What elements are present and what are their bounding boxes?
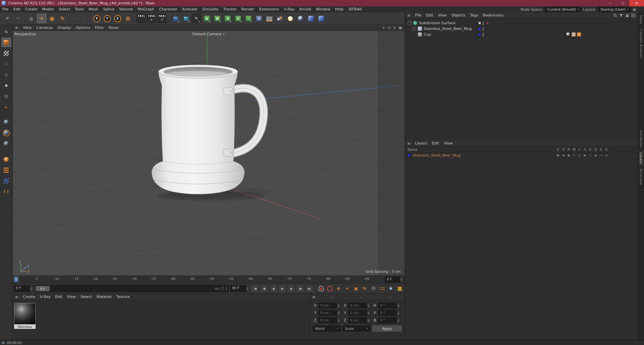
zoom-view-icon[interactable]: ⊙ [388, 26, 390, 30]
viewport-menu-item[interactable]: Filter [92, 25, 106, 31]
snap-icon[interactable] [2, 128, 11, 138]
points-mode-icon[interactable]: ∷ [2, 59, 11, 69]
light-icon[interactable] [285, 14, 295, 23]
material-thumbnail[interactable] [14, 303, 36, 325]
transform-space-select[interactable]: World ▾ [313, 326, 340, 332]
material-menu-item[interactable]: Create [20, 294, 38, 300]
layer-toggle-icon[interactable]: ▣ [566, 154, 571, 157]
rotation-field[interactable]: 0 ° ▴▾ [378, 317, 400, 323]
close-button[interactable]: × [629, 0, 644, 6]
viewport-menu-item[interactable]: Display [55, 25, 74, 31]
instance-icon[interactable]: △ [244, 14, 253, 23]
model-mode-icon[interactable] [2, 38, 11, 47]
spline-pen-icon[interactable]: ✎ [192, 14, 201, 23]
workplane-grid-icon[interactable] [2, 176, 11, 185]
material-item[interactable]: Stainless [14, 303, 36, 329]
ruler-frame-field[interactable]: 0 F ▴▾ [385, 276, 404, 283]
layer-toggle-icon[interactable]: ✎ [571, 154, 577, 157]
menu-item[interactable]: Window [313, 6, 332, 12]
layer-toggle-icon[interactable]: ◇ [588, 154, 593, 157]
left-toolbar-gap[interactable] [2, 113, 11, 116]
menu-item[interactable]: Edit [11, 6, 22, 12]
autokey-button[interactable] [326, 285, 334, 292]
material-menu-item[interactable]: Material [94, 294, 114, 300]
prev-key-button[interactable]: ◀| [260, 285, 268, 293]
disabled-mark-icon[interactable]: × [486, 21, 489, 25]
position-field[interactable]: 0 cm ▴▾ [318, 303, 340, 308]
paint-icon[interactable] [2, 155, 11, 164]
menu-item[interactable]: V-Ray [281, 6, 297, 12]
object-manager-menu-item[interactable]: File [413, 12, 423, 18]
side-tab[interactable]: Attributes [639, 128, 644, 150]
menu-item[interactable]: Modes [40, 6, 56, 12]
viewport-solo-icon[interactable] [2, 118, 11, 127]
filter-icon[interactable] [619, 13, 623, 17]
floor-icon[interactable] [265, 14, 274, 23]
viewport-menu-item[interactable]: Options [74, 25, 92, 31]
size-field[interactable]: 0 cm ▴▾ [348, 303, 370, 308]
spinner-arrows-icon[interactable]: ▴▾ [367, 303, 370, 308]
substance-icon[interactable] [296, 14, 305, 23]
tweak-mode-icon[interactable]: ▦ [2, 91, 11, 101]
symmetry-icon[interactable]: ▥ [233, 14, 243, 23]
layer-toggle-icon[interactable]: ⊙ [577, 154, 582, 157]
spinner-arrows-icon[interactable]: ▴▾ [397, 303, 400, 308]
spinner-arrows-icon[interactable]: ▴▾ [337, 303, 340, 308]
key-scale-button[interactable]: ▣ [352, 285, 360, 292]
menu-item[interactable]: Create [23, 6, 40, 12]
material-menu-item[interactable]: Select [78, 294, 94, 300]
menu-item[interactable]: Render [239, 6, 257, 12]
menu-item[interactable]: Animate [180, 6, 200, 12]
menu-item[interactable]: Tracker [221, 6, 239, 12]
make-editable-icon[interactable]: ⇆ [2, 27, 11, 36]
layer-toggle-icon[interactable]: ▶ [582, 154, 588, 157]
position-field[interactable]: 0 cm ▴▾ [318, 310, 340, 316]
timeline-ruler[interactable]: 0 5 10 15 20 25 30 35 40 45 50 55 [13, 275, 405, 283]
lock-x-axis-icon[interactable]: X [92, 14, 101, 23]
menu-item[interactable]: Arnold [297, 6, 314, 12]
toolbar-separator[interactable] [134, 14, 136, 23]
viewport-menu-item[interactable]: View [20, 25, 34, 31]
side-tab[interactable]: Takes [639, 12, 644, 27]
hamburger-icon[interactable]: ≡ [13, 295, 20, 299]
layer-swatch[interactable] [478, 21, 481, 25]
range-grip-handle[interactable] [223, 287, 227, 291]
menu-item[interactable]: Extensions [257, 6, 282, 12]
object-manager-menu-item[interactable]: Objects [449, 12, 468, 18]
toolbar-separator[interactable] [24, 14, 26, 23]
menu-item[interactable]: Mesh [86, 6, 101, 12]
object-manager-menu-item[interactable]: View [435, 12, 449, 18]
toggle-views-icon[interactable]: ▦ [399, 26, 402, 30]
menu-item[interactable]: Tools [73, 6, 86, 12]
axis-mode-icon[interactable]: ∟ [2, 102, 11, 112]
layer-swatch[interactable] [478, 33, 481, 36]
camera-label[interactable]: Default Camera ✳ [192, 32, 225, 36]
spinner-arrows-icon[interactable]: ▴▾ [400, 277, 403, 282]
collapse-icon[interactable]: − [408, 21, 411, 25]
brackets-icon[interactable]: ( ) [2, 187, 11, 196]
goto-start-button[interactable]: |◀ [251, 285, 259, 293]
spinner-arrows-icon[interactable]: ▴▾ [337, 318, 340, 323]
side-tab[interactable]: Structure [639, 166, 644, 187]
add-panel-icon[interactable] [631, 13, 635, 17]
visibility-dots-icon[interactable] [482, 21, 484, 25]
redo-icon[interactable]: ↷ [13, 14, 22, 23]
node-space-select[interactable]: Current (Arnold) ▾ [545, 7, 581, 12]
object-manager-menu-item[interactable]: Bookmarks [480, 12, 506, 18]
key-rotation-button[interactable]: ↻ [361, 285, 369, 292]
menu-item[interactable]: Help [333, 6, 346, 12]
render-view-icon[interactable] [137, 14, 146, 23]
left-toolbar-gap[interactable] [2, 150, 11, 153]
material-menu-item[interactable]: Edit [53, 294, 64, 300]
quantize-icon[interactable] [2, 139, 11, 148]
viewport-canvas[interactable]: Perspective Default Camera ✳ Grid Spacin… [13, 31, 405, 275]
move-tool-icon[interactable]: + [37, 14, 46, 23]
boole-icon[interactable]: ◑ [223, 14, 232, 23]
recent-tool-2-icon[interactable]: ◦ [79, 14, 88, 23]
size-field[interactable]: 0 cm ▴▾ [348, 310, 370, 316]
visibility-dots-icon[interactable] [482, 33, 484, 36]
arnold-icon[interactable] [317, 14, 326, 23]
layer-menu-item[interactable]: View [442, 140, 455, 146]
spinner-arrows-icon[interactable]: ▴▾ [367, 318, 370, 323]
viewport-menu-item[interactable]: Panel [106, 25, 121, 31]
